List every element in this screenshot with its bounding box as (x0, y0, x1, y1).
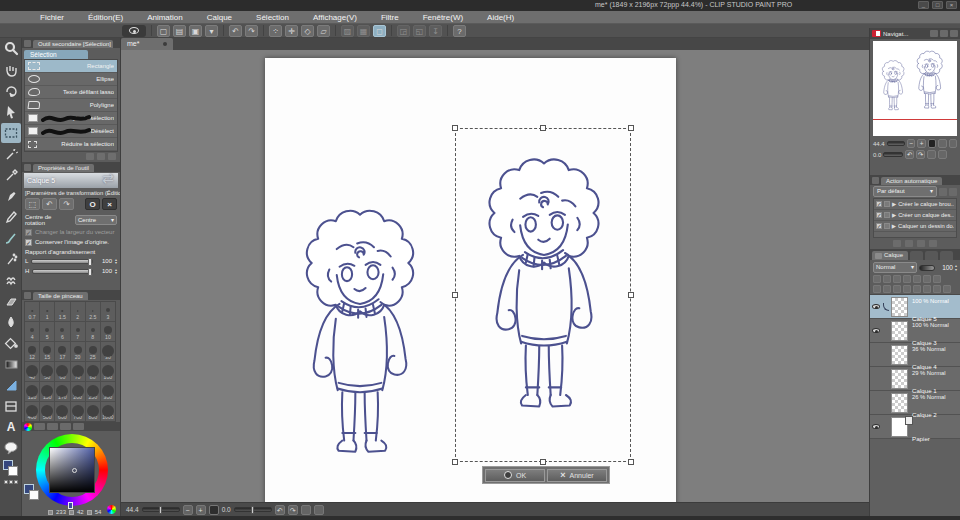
brush-size-cell[interactable]: 15 (40, 342, 54, 361)
navigator-option-icon[interactable] (930, 30, 938, 37)
layer-search-tab[interactable] (925, 251, 938, 260)
redo-icon[interactable]: ↷ (245, 25, 258, 37)
saturation-value[interactable]: 42 (77, 509, 84, 515)
scale-v-value[interactable]: 100 (96, 268, 112, 274)
brush-size-cell[interactable]: 4 (25, 322, 39, 341)
clip-studio-logo-icon[interactable] (122, 25, 146, 37)
brush-size-cell[interactable]: 300 (101, 382, 115, 401)
brush-size-cell[interactable]: 70 (71, 362, 85, 381)
menu-item[interactable]: Affichage(V) (301, 13, 369, 22)
grid-icon[interactable]: ▦ (357, 25, 370, 37)
move-icon[interactable]: ✛ (285, 25, 298, 37)
color-wheel-tab-icon[interactable] (24, 423, 32, 431)
cancel-transform-icon[interactable]: × (102, 198, 117, 210)
auto-select-tool-icon[interactable] (1, 144, 21, 164)
transform-handle-sw[interactable] (452, 459, 458, 465)
action-set-menu-icon[interactable] (949, 188, 957, 196)
auto-action-item[interactable]: ✓ ▶ Créer le calque brou... (874, 199, 956, 210)
status-zoom-slider[interactable] (142, 507, 180, 512)
action-checkbox[interactable]: ✓ (876, 223, 882, 229)
status-rotation-value[interactable]: 0.0 (222, 506, 231, 513)
scale-h-stepper[interactable]: ▴▾ (115, 258, 117, 265)
rotate-canvas-tool-icon[interactable] (1, 81, 21, 101)
cancel-button[interactable]: × Annuler (547, 469, 607, 482)
brush-size-cell[interactable]: 800 (86, 402, 100, 421)
brush-size-cell[interactable]: 500 (40, 402, 54, 421)
brush-size-cell[interactable]: 8 (86, 322, 100, 341)
menu-item[interactable]: Édition(E) (76, 13, 135, 22)
merge-down-icon[interactable] (913, 285, 921, 293)
subtool-item[interactable]: Stylo de sélection (25, 112, 117, 125)
scale-h-slider[interactable] (31, 259, 93, 264)
ok-button[interactable]: OK (485, 469, 545, 482)
color-history-tab-icon[interactable] (73, 423, 84, 430)
action-toggle-icon[interactable] (884, 212, 890, 218)
undo-icon[interactable]: ↶ (229, 25, 242, 37)
selection-tool-icon[interactable] (1, 123, 21, 143)
layer-row[interactable]: Papier (870, 415, 960, 439)
scale-v-slider[interactable] (32, 269, 93, 274)
zoom-fit-icon[interactable] (209, 505, 219, 515)
navigator-zoom-value[interactable]: 44.4 (873, 141, 885, 147)
confirm-transform-icon[interactable]: O (85, 198, 100, 210)
transform-handle-ne[interactable] (628, 125, 634, 131)
hue-value[interactable]: 233 (56, 509, 66, 515)
copy-subtool-icon[interactable] (97, 153, 105, 160)
vector-width-checkbox[interactable]: ✓ (25, 229, 32, 236)
subtool-item[interactable]: Rectangle (25, 60, 117, 73)
transform-selection-box[interactable] (455, 128, 631, 462)
new-raster-layer-icon[interactable] (873, 285, 881, 293)
document-tab[interactable]: me* (121, 38, 173, 50)
menu-item[interactable]: Aide(H) (475, 13, 526, 22)
brush-tool-icon[interactable] (1, 228, 21, 248)
color-slider-tab-icon[interactable] (34, 423, 45, 430)
help-icon[interactable]: ? (453, 25, 466, 37)
brush-size-cell[interactable]: 400 (25, 402, 39, 421)
menu-item[interactable]: Filtre (369, 13, 411, 22)
zoom-out-icon[interactable]: − (907, 139, 915, 148)
transform-icon[interactable]: ▱ (317, 25, 330, 37)
transform-handle-n[interactable] (540, 125, 546, 131)
delete-subtool-icon[interactable] (108, 153, 116, 160)
main-color-swatches[interactable] (1, 460, 21, 478)
navigator-menu-icon[interactable] (950, 30, 958, 37)
brush-size-cell[interactable]: 120 (25, 382, 39, 401)
new-folder-icon[interactable] (893, 285, 901, 293)
fill-tool-icon[interactable] (1, 333, 21, 353)
panel-menu-icon[interactable] (24, 292, 31, 299)
saturation-value-square[interactable] (49, 447, 95, 493)
value-value[interactable]: 54 (95, 509, 102, 515)
navigator-zoom-slider[interactable] (887, 141, 905, 146)
layer-thumbnail[interactable] (891, 297, 908, 317)
transform-mode-scale-icon[interactable]: ⬚ (25, 198, 40, 210)
deselect-icon[interactable]: ⁘ (269, 25, 282, 37)
subtool-group-tab[interactable]: Sélection (24, 50, 88, 59)
lock-layer-icon[interactable] (873, 275, 881, 283)
subtool-item[interactable]: Texte défilant lasso (25, 86, 117, 99)
navigator-expand-icon[interactable] (940, 30, 948, 37)
transform-mode-rotate-icon[interactable]: ↶ (42, 198, 57, 210)
panel-menu-icon[interactable] (24, 164, 31, 171)
brush-size-cell[interactable]: 250 (86, 382, 100, 401)
text-tool-icon[interactable]: A (1, 417, 21, 437)
pencil-tool-icon[interactable] (1, 207, 21, 227)
record-action-icon[interactable] (893, 240, 901, 247)
layer-visible-icon[interactable] (872, 424, 880, 429)
add-subtool-icon[interactable] (86, 153, 94, 160)
brush-size-cell[interactable]: 600 (55, 402, 69, 421)
layer-thumbnail[interactable] (891, 321, 908, 341)
add-action-set-icon[interactable] (939, 188, 947, 196)
transform-handle-e[interactable] (628, 292, 634, 298)
snap-icon[interactable]: ◻ (373, 25, 386, 37)
keep-original-checkbox[interactable]: ✓ (25, 239, 32, 246)
two-pane-icon[interactable] (933, 275, 941, 283)
auto-action-set-select[interactable]: Par défaut ▾ (873, 186, 937, 197)
status-rotation-slider[interactable] (234, 507, 272, 512)
save-dropdown-icon[interactable]: ▾ (205, 25, 218, 37)
navigator-rotation-slider[interactable] (883, 152, 903, 157)
brush-size-cell[interactable]: 700 (71, 402, 85, 421)
apply-mask-icon[interactable] (933, 285, 941, 293)
auto-action-item[interactable]: ✓ ▶ Calquer un dessin do... (874, 221, 956, 232)
zoom-100-icon[interactable] (928, 139, 936, 148)
brush-size-cell[interactable]: 3 (101, 302, 115, 321)
